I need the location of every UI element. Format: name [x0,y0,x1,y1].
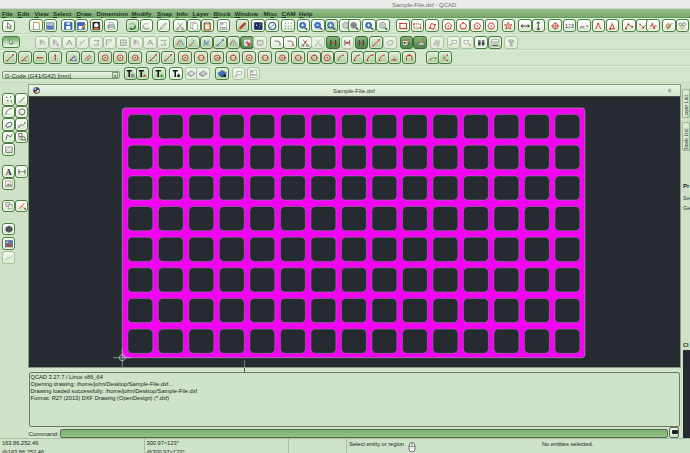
svg-text:0.0: 0.0 [418,41,422,45]
svg-text:123: 123 [565,23,574,29]
svg-text:mm: mm [221,25,226,29]
svg-text:10: 10 [406,41,410,45]
svg-text:A: A [5,167,11,176]
svg-text:0.00: 0.00 [492,40,497,43]
svg-text:pq: pq [579,23,584,28]
svg-text:mm: mm [251,74,256,77]
